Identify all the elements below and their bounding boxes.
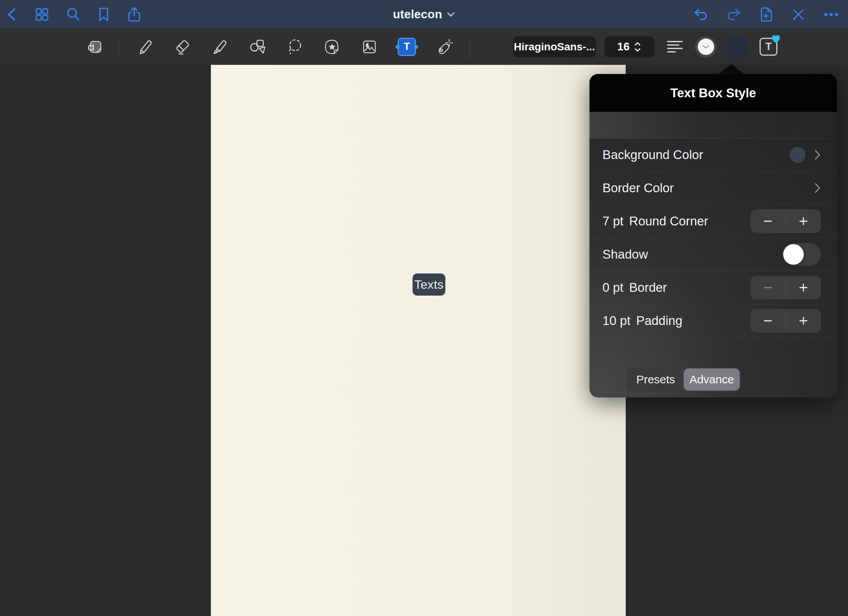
border-color-label: Border Color	[602, 181, 674, 195]
minus-icon[interactable]	[750, 309, 785, 333]
text-format-group: HiraginoSans-... 16 T	[513, 29, 777, 65]
chevron-down-icon	[447, 12, 455, 17]
laser-tool-icon[interactable]	[435, 38, 453, 56]
redo-icon[interactable]	[726, 7, 741, 22]
toggle-knob	[783, 244, 804, 265]
tool-bar: T HiraginoSans-... 16	[0, 29, 848, 65]
selection-handle	[395, 44, 400, 49]
background-color-row[interactable]: Background Color	[589, 138, 837, 172]
text-color-swatch	[698, 39, 714, 55]
textbox-style-popover: Text Box Style Background Color Border C…	[589, 74, 837, 397]
eraser-tool-icon[interactable]	[173, 38, 192, 56]
nav-right-group	[693, 0, 839, 29]
popover-header: Text Box Style	[589, 74, 837, 112]
plus-icon[interactable]	[786, 276, 821, 299]
sticker-tool-icon[interactable]	[323, 38, 341, 56]
padding-row: 10 pt Padding	[589, 304, 837, 338]
tools-group: T	[85, 29, 467, 65]
more-icon[interactable]	[824, 12, 839, 17]
lasso-tool-icon[interactable]	[286, 38, 304, 56]
font-size-value: 16	[617, 40, 630, 53]
plus-icon[interactable]	[786, 209, 821, 233]
canvas-textbox[interactable]: Texts	[413, 273, 445, 296]
edit-mode-icon[interactable]	[85, 38, 104, 56]
border-width-row: 0 pt Border	[589, 271, 837, 304]
bookmark-icon[interactable]	[97, 7, 111, 22]
popover-caret	[718, 64, 744, 74]
round-corner-row: 7 pt Round Corner	[589, 205, 837, 238]
grid-icon[interactable]	[34, 7, 50, 22]
background-color-label: Background Color	[602, 148, 703, 162]
text-align-icon[interactable]	[666, 38, 684, 56]
padding-label: Padding	[636, 314, 682, 328]
nav-left-group	[5, 0, 142, 29]
chevron-up-down-icon	[633, 41, 642, 53]
padding-stepper	[750, 309, 821, 333]
heart-badge-icon	[770, 34, 782, 44]
add-page-icon[interactable]	[759, 6, 773, 23]
back-icon[interactable]	[5, 7, 18, 22]
shadow-row: Shadow	[589, 238, 837, 271]
search-icon[interactable]	[66, 7, 81, 22]
toolbar-divider	[120, 37, 120, 57]
minus-icon[interactable]	[750, 209, 785, 233]
share-icon[interactable]	[127, 6, 142, 23]
minus-icon[interactable]	[750, 276, 785, 299]
presets-advance-segmented-control: Presets Advance	[626, 367, 741, 392]
nav-bar: utelecon	[0, 0, 848, 29]
text-color-button[interactable]	[695, 36, 716, 58]
round-corner-label: Round Corner	[629, 214, 708, 228]
border-width-stepper	[750, 276, 821, 299]
border-width-value: 0 pt	[602, 280, 623, 295]
round-corner-value: 7 pt	[602, 214, 623, 228]
shadow-label: Shadow	[602, 247, 648, 262]
image-tool-icon[interactable]	[360, 38, 379, 56]
padding-value: 10 pt	[602, 314, 630, 328]
pen-tool-icon[interactable]	[136, 38, 154, 56]
presets-tab[interactable]: Presets	[626, 367, 685, 392]
background-color-swatch	[790, 147, 806, 163]
text-tool-icon[interactable]: T	[398, 38, 416, 56]
chevron-right-icon	[814, 182, 821, 194]
advance-tab[interactable]: Advance	[684, 368, 740, 391]
textbox-background-swatch-button[interactable]	[727, 36, 748, 57]
shadow-toggle[interactable]	[782, 243, 821, 266]
toolbar-divider	[469, 37, 470, 57]
border-width-label: Border	[629, 280, 667, 295]
plus-icon[interactable]	[786, 309, 821, 333]
document-title: utelecon	[393, 8, 442, 21]
text-tool-letter: T	[404, 41, 410, 53]
undo-icon[interactable]	[693, 7, 708, 22]
popover-preview-strip	[589, 112, 837, 138]
shapes-tool-icon[interactable]	[248, 38, 267, 56]
stylus-edit-icon[interactable]	[791, 7, 806, 22]
selection-handle	[414, 44, 419, 49]
round-corner-stepper	[750, 209, 821, 233]
border-color-row[interactable]: Border Color	[589, 172, 837, 205]
canvas-page[interactable]: Texts	[211, 65, 626, 616]
font-name-button[interactable]: HiraginoSans-...	[513, 36, 596, 58]
popover-title: Text Box Style	[670, 86, 756, 100]
font-size-stepper[interactable]: 16	[604, 36, 655, 58]
highlighter-tool-icon[interactable]	[211, 38, 229, 56]
chevron-right-icon	[814, 149, 821, 161]
document-title-button[interactable]: utelecon	[393, 0, 455, 29]
textbox-style-button[interactable]: T	[760, 38, 777, 56]
